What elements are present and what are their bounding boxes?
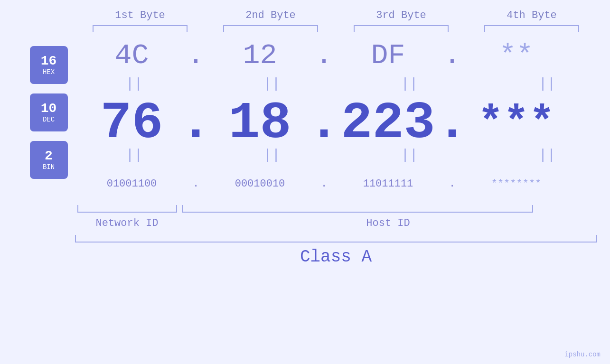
full-bracket-area: Class A	[75, 235, 597, 267]
bottom-brackets-row	[75, 205, 597, 215]
hex-val-4: **	[464, 39, 569, 72]
badge-hex: 16 HEX	[30, 46, 68, 84]
bracket-top-2	[223, 25, 318, 32]
dec-val-1: 76	[80, 97, 184, 149]
badge-bin-label: BIN	[43, 163, 55, 171]
watermark: ipshu.com	[564, 351, 601, 358]
hex-val-2: 12	[208, 39, 312, 72]
bin-row: 01001100 . 00010010 . 11011111 .	[80, 165, 602, 203]
byte-headers: 1st Byte 2nd Byte 3rd Byte 4th Byte	[75, 9, 597, 21]
eq-row-1: || || || ||	[80, 75, 602, 93]
hex-dot-3: .	[441, 39, 464, 72]
labels-row: Network ID Host ID	[75, 217, 597, 229]
eq-1: ||	[70, 76, 198, 92]
bracket-top-1	[93, 25, 188, 32]
eq-8: ||	[483, 147, 610, 163]
bin-val-1: 01001100	[80, 178, 184, 190]
bin-dot-2: .	[312, 178, 336, 190]
byte3-header: 3rd Byte	[349, 9, 453, 21]
badge-bin-num: 2	[45, 149, 53, 164]
dec-dot-3: .	[441, 93, 464, 153]
dec-dot-1: .	[184, 93, 208, 153]
bracket-top-4	[484, 25, 579, 32]
bin-dot-1: .	[184, 178, 208, 190]
eq-3: ||	[346, 76, 474, 92]
host-id-label: Host ID	[179, 217, 597, 229]
dec-row: 76 . 18 . 223 . ***	[80, 93, 602, 146]
byte1-header: 1st Byte	[88, 9, 192, 21]
top-brackets	[75, 25, 597, 32]
dec-val-3: 223	[336, 97, 441, 149]
values-grid: 4C . 12 . DF . **	[80, 37, 602, 203]
eq-2: ||	[208, 76, 336, 92]
dec-val-4: ***	[464, 99, 569, 148]
badge-hex-num: 16	[41, 54, 57, 69]
bin-dot-3: .	[441, 178, 464, 190]
bin-val-3: 11011111	[336, 178, 441, 190]
class-label: Class A	[75, 247, 597, 267]
eq-6: ||	[208, 147, 336, 163]
bracket-host	[182, 205, 533, 213]
hex-val-1: 4C	[80, 39, 184, 72]
badge-dec-num: 10	[41, 102, 57, 116]
bin-val-4: ********	[464, 178, 569, 190]
network-id-label: Network ID	[75, 217, 179, 229]
byte4-header: 4th Byte	[479, 9, 584, 21]
hex-val-3: DF	[336, 39, 441, 72]
bin-val-2: 00010010	[208, 178, 312, 190]
eq-4: ||	[483, 76, 610, 92]
badge-bin: 2 BIN	[30, 141, 68, 179]
main-container: 1st Byte 2nd Byte 3rd Byte 4th Byte 16 H…	[0, 0, 610, 364]
dec-dot-2: .	[312, 93, 336, 153]
bracket-network	[77, 205, 177, 213]
dec-val-2: 18	[208, 97, 312, 149]
full-bracket-line	[75, 235, 597, 243]
hex-dot-2: .	[312, 39, 336, 72]
bottom-section: Network ID Host ID	[75, 205, 597, 229]
badge-dec-label: DEC	[43, 116, 55, 123]
badge-dec: 10 DEC	[30, 93, 68, 131]
badges-column: 16 HEX 10 DEC 2 BIN	[18, 37, 80, 203]
hex-dot-1: .	[184, 39, 208, 72]
bracket-top-3	[354, 25, 449, 32]
byte2-header: 2nd Byte	[218, 9, 323, 21]
eq-row-2: || || || ||	[80, 146, 602, 165]
eq-7: ||	[346, 147, 474, 163]
hex-row: 4C . 12 . DF . **	[80, 37, 602, 75]
badge-hex-label: HEX	[43, 68, 55, 76]
main-content: 16 HEX 10 DEC 2 BIN 4C .	[18, 37, 602, 203]
eq-5: ||	[70, 147, 198, 163]
